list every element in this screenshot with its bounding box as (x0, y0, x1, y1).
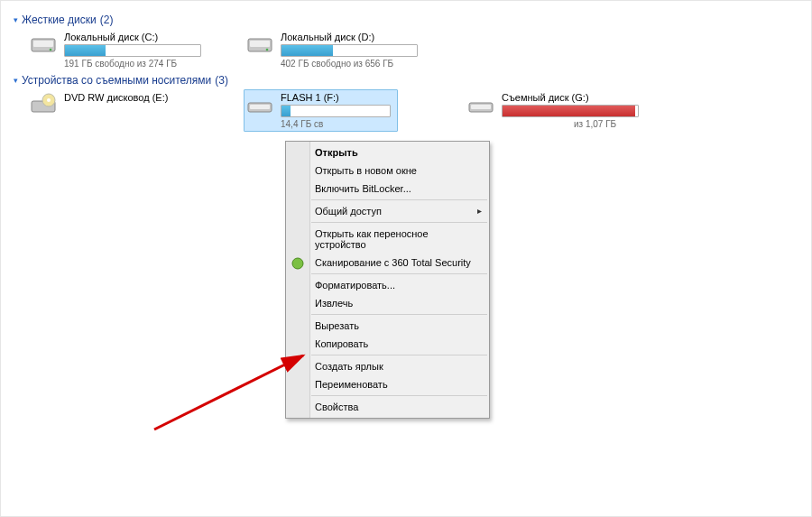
capacity-bar (502, 105, 639, 117)
drive-removable-g[interactable]: Съемный диск (G:) из 1,07 ГБ (467, 92, 648, 129)
svg-point-2 (50, 49, 52, 51)
menu-format[interactable]: Форматировать... (286, 276, 489, 294)
drive-flash-f[interactable]: FLASH 1 (F:) 14,4 ГБ св (244, 89, 398, 132)
drive-sub: 14,4 ГБ св (281, 119, 391, 129)
menu-open-new-window[interactable]: Открыть в новом окне (286, 162, 489, 180)
svg-line-14 (154, 355, 303, 429)
shield-icon (291, 256, 305, 271)
svg-point-5 (266, 49, 269, 51)
menu-share[interactable]: Общий доступ (286, 202, 489, 220)
drive-sub: 402 ГБ свободно из 656 ГБ (281, 59, 418, 69)
menu-open[interactable]: Открыть (286, 143, 489, 162)
svg-point-8 (47, 98, 51, 102)
menu-separator (311, 395, 487, 396)
flash-drive-icon (467, 92, 496, 115)
svg-point-13 (292, 258, 303, 269)
capacity-fill (503, 106, 635, 116)
svg-rect-12 (471, 105, 491, 109)
drive-sub: 191 ГБ свободно из 274 ГБ (64, 59, 201, 69)
group-label-hdd[interactable]: Жесткие диски (22, 14, 97, 26)
svg-rect-1 (33, 41, 53, 47)
menu-rename[interactable]: Переименовать (286, 375, 489, 393)
context-menu: Открыть Открыть в новом окне Включить Bi… (285, 141, 490, 419)
capacity-bar (281, 44, 418, 57)
group-header-hdd[interactable]: ▾ Жесткие диски (2) (14, 14, 798, 26)
menu-copy[interactable]: Копировать (286, 335, 489, 353)
drive-name: Локальный диск (C:) (64, 32, 201, 42)
group-count-removable: (3) (215, 74, 228, 87)
flash-drive-icon (246, 92, 275, 115)
menu-properties[interactable]: Свойства (286, 398, 489, 416)
svg-rect-4 (250, 41, 270, 47)
capacity-fill (281, 106, 291, 116)
hdd-icon (30, 32, 59, 55)
menu-open-portable[interactable]: Открыть как переносное устройство (286, 225, 489, 254)
chevron-down-icon: ▾ (14, 15, 18, 24)
capacity-fill (65, 45, 106, 56)
menu-separator (311, 273, 487, 274)
drive-local-c[interactable]: Локальный диск (C:) 191 ГБ свободно из 2… (30, 32, 210, 69)
chevron-down-icon: ▾ (14, 76, 18, 85)
drive-name: Съемный диск (G:) (502, 92, 639, 103)
capacity-bar (64, 44, 201, 57)
menu-separator (311, 314, 487, 315)
drive-local-d[interactable]: Локальный диск (D:) 402 ГБ свободно из 6… (246, 32, 427, 69)
menu-scan-360[interactable]: Сканирование с 360 Total Security (286, 254, 489, 272)
drive-name: Локальный диск (D:) (281, 32, 418, 42)
drive-dvd-e[interactable]: DVD RW дисковод (E:) (30, 92, 210, 129)
drive-name: DVD RW дисковод (E:) (64, 92, 168, 103)
menu-separator (311, 199, 487, 200)
group-header-removable[interactable]: ▾ Устройства со съемными носителями (3) (14, 74, 798, 87)
menu-bitlocker[interactable]: Включить BitLocker... (286, 180, 489, 198)
hdd-icon (246, 32, 275, 55)
menu-scan-label: Сканирование с 360 Total Security (315, 257, 471, 268)
menu-create-shortcut[interactable]: Создать ярлык (286, 357, 489, 375)
menu-eject[interactable]: Извлечь (286, 294, 489, 312)
group-label-removable[interactable]: Устройства со съемными носителями (22, 74, 211, 87)
group-count-hdd: (2) (100, 14, 114, 26)
drive-name: FLASH 1 (F:) (281, 92, 391, 103)
dvd-icon (30, 92, 59, 115)
drive-sub: из 1,07 ГБ (574, 119, 639, 129)
hdd-row: Локальный диск (C:) 191 ГБ свободно из 2… (30, 32, 798, 69)
menu-separator (311, 355, 487, 355)
removable-row: DVD RW дисковод (E:) FLASH 1 (F:) 14,4 Г… (30, 92, 798, 129)
capacity-fill (281, 45, 333, 56)
menu-separator (311, 222, 487, 223)
explorer-window: ▾ Жесткие диски (2) Локальный диск (C:) … (0, 0, 812, 517)
capacity-bar (281, 105, 391, 117)
menu-cut[interactable]: Вырезать (286, 317, 489, 335)
svg-rect-10 (250, 105, 270, 109)
